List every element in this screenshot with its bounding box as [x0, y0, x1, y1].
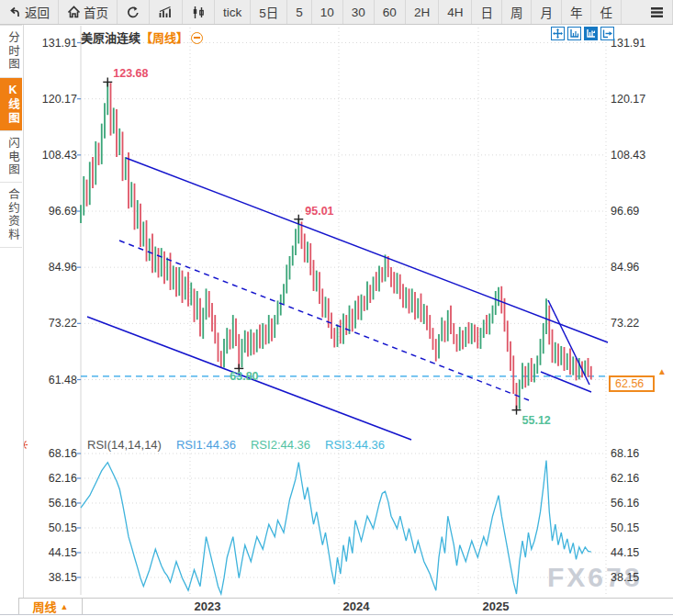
toolbar-button-label: 2H	[414, 6, 430, 19]
rsi-title: RSI(14,14,14)	[87, 438, 162, 452]
period-week-button[interactable]: 周	[502, 0, 533, 24]
home-button[interactable]: 首页	[59, 0, 118, 24]
sidebar-item-contract-info[interactable]: 合约资料	[0, 183, 22, 248]
period-label: 【周线】	[140, 31, 188, 45]
price-annotation: 63.80	[230, 370, 258, 383]
period-5-button[interactable]: 5	[287, 0, 312, 24]
price-axis-label-right: 84.96	[611, 261, 656, 274]
rsi-axis-label-right: 44.15	[611, 546, 656, 559]
toolbar-button-label: 任	[600, 3, 612, 21]
rsi-header: RSI(14,14,14) RSI1:44.36RSI2:44.36RSI3:4…	[87, 438, 385, 452]
rsi-axis-label-right: 50.15	[611, 521, 656, 534]
toolbar-button-label: 10	[320, 6, 334, 19]
price-annotation: 95.01	[305, 205, 333, 218]
price-axis-label-right: 131.91	[611, 37, 656, 50]
period-30-button[interactable]: 30	[343, 0, 375, 24]
toolbar-button-label: tick	[223, 6, 241, 19]
period-2h-button[interactable]: 2H	[406, 0, 439, 24]
candlestick-mode-button[interactable]	[183, 0, 215, 24]
toolbar: 返回首页tick5日51030602H4H日周月年任	[0, 0, 673, 25]
rsi-axis-label-right: 68.16	[611, 447, 656, 460]
price-axis-label-left: 96.69	[35, 205, 77, 218]
period-60-button[interactable]: 60	[375, 0, 406, 24]
price-axis-label-left: 120.17	[35, 93, 77, 106]
bar-chart-mode-button[interactable]	[150, 0, 183, 24]
chart-canvas	[0, 0, 673, 616]
toolbar-button-label: 月	[540, 3, 553, 21]
back-button[interactable]: 返回	[0, 0, 59, 24]
rsi-axis-label-right: 62.16	[611, 472, 656, 485]
axis-zoom-filled-icon[interactable]	[584, 27, 598, 40]
toolbar-button-label: 5	[296, 6, 303, 19]
menu-button[interactable]	[642, 0, 673, 24]
toolbar-button-label: 60	[383, 6, 397, 19]
toolbar-button-label: 日	[480, 3, 493, 21]
trendline	[126, 158, 608, 342]
sidebar: 分时图K线图闪电图合约资料	[0, 25, 24, 598]
price-axis-label-right: 73.22	[611, 317, 656, 330]
sidebar-item-kline-chart[interactable]: K线图	[0, 78, 22, 131]
trendline	[541, 372, 591, 392]
period-tick-button[interactable]: tick	[215, 0, 251, 24]
rsi-axis-label-left: 44.15	[35, 546, 77, 559]
rsi-axis-label-left: 56.16	[35, 497, 77, 510]
price-axis-label-right: 108.43	[611, 149, 656, 162]
period-5d-button[interactable]: 5日	[251, 0, 287, 24]
collapse-indicator-icon[interactable]	[191, 32, 203, 44]
price-axis-label-left: 108.43	[35, 149, 77, 162]
candlestick-icon	[191, 6, 206, 19]
period-day-button[interactable]: 日	[472, 0, 502, 24]
toolbar-button-label: 返回	[25, 3, 50, 21]
x-axis-year-label: 2025	[476, 599, 516, 613]
symbol-name: 美原油连续	[81, 31, 140, 45]
toolbar-spacer	[622, 0, 642, 24]
rsi-axis-label-right: 56.16	[611, 497, 656, 510]
rsi-legend-1: RSI1:44.36	[176, 438, 236, 452]
period-tab[interactable]: 周线 ▲	[18, 599, 83, 614]
chevron-up-icon: ▲	[61, 602, 69, 611]
period-year-button[interactable]: 年	[562, 0, 592, 24]
price-axis-label-right: 120.17	[611, 93, 656, 106]
current-price-box: 62.56	[609, 375, 655, 392]
exit-chart-icon[interactable]	[600, 27, 614, 40]
rsi-axis-label-right: 38.15	[611, 571, 656, 584]
refresh-icon	[126, 6, 140, 19]
period-custom-button[interactable]: 任	[591, 0, 622, 24]
price-axis-label-left: 73.22	[35, 317, 77, 330]
price-axis-label-left: 61.48	[35, 374, 77, 386]
menu-icon	[650, 6, 664, 18]
axis-zoom-icon[interactable]	[567, 27, 581, 40]
price-axis-label-right: 96.69	[611, 205, 656, 218]
scroll-to-latest-icon[interactable]: ▲	[657, 367, 667, 376]
period-month-button[interactable]: 月	[532, 0, 562, 24]
period-10-button[interactable]: 10	[312, 0, 343, 24]
rsi-legend-3: RSI3:44.36	[325, 438, 385, 452]
rsi-line	[81, 461, 591, 595]
bar-chart-icon	[158, 6, 174, 19]
rsi-axis-label-left: 38.15	[35, 571, 77, 584]
trendline	[548, 300, 589, 385]
sidebar-item-time-chart[interactable]: 分时图	[0, 25, 22, 78]
bottom-separator	[18, 598, 673, 599]
price-annotation: 55.12	[522, 414, 551, 427]
pan-icon[interactable]	[551, 27, 565, 40]
price-annotation: 123.68	[113, 67, 148, 80]
app-window: { "toolbar": { "items": [ {"name":"back-…	[0, 0, 673, 616]
toolbar-button-label: 首页	[84, 3, 108, 21]
toolbar-button-label: 周	[510, 3, 523, 21]
toolbar-button-label: 30	[352, 6, 365, 19]
sidebar-item-flash-chart[interactable]: 闪电图	[0, 131, 22, 184]
toolbar-button-label: 5日	[259, 3, 278, 21]
chart-title: 美原油连续【周线】	[81, 28, 203, 46]
rsi-axis-label-left: 68.16	[35, 447, 77, 460]
toolbar-button-label: 年	[570, 3, 583, 21]
home-icon	[67, 6, 81, 18]
rsi-legend-2: RSI2:44.36	[251, 438, 310, 452]
rsi-axis-label-left: 50.15	[35, 521, 77, 534]
x-axis-year-label: 2023	[187, 599, 228, 613]
x-axis-year-label: 2024	[336, 599, 376, 613]
period-4h-button[interactable]: 4H	[439, 0, 472, 24]
period-tab-label: 周线	[33, 598, 57, 615]
refresh-button[interactable]	[118, 0, 150, 24]
toolbar-button-label: 4H	[447, 6, 463, 19]
